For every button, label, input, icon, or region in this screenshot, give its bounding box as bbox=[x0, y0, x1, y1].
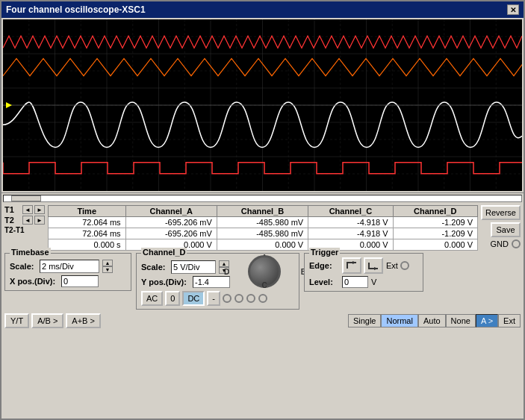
auto-btn[interactable]: Auto bbox=[418, 314, 446, 327]
ext-row: Ext bbox=[386, 261, 409, 270]
channel-d-scale-row: Scale: ▲ ▼ bbox=[141, 260, 230, 274]
t1-right-btn[interactable]: ► bbox=[34, 205, 45, 214]
timebase-spin-up[interactable]: ▲ bbox=[102, 260, 113, 266]
ypos-input[interactable] bbox=[193, 276, 230, 288]
trigger-edge-row: Edge: bbox=[309, 257, 418, 274]
gnd-row: GND bbox=[491, 239, 521, 248]
diff-ch-d: 0.000 V bbox=[393, 239, 477, 251]
t1-ch-b: -485.980 mV bbox=[217, 217, 308, 228]
t1-time: 72.064 ms bbox=[49, 217, 126, 228]
horizontal-scrollbar[interactable] bbox=[1, 192, 524, 203]
t1-ch-a: -695.206 mV bbox=[125, 217, 217, 228]
timebase-scale-input[interactable] bbox=[40, 260, 99, 273]
t1-label: T1 bbox=[4, 205, 21, 214]
bottom-panel: T1 ◄ ► T2 ◄ ► T2-T1 Time Channel_A bbox=[1, 203, 524, 419]
timebase-section: Timebase Scale: ▲ ▼ X pos.(Div): bbox=[4, 253, 131, 291]
aplusb-btn[interactable]: A+B > bbox=[66, 313, 101, 328]
t-controls: T1 ◄ ► T2 ◄ ► T2-T1 bbox=[4, 205, 45, 234]
gnd-radio[interactable] bbox=[512, 239, 521, 248]
bottom-buttons-row: Y/T A/B > A+B > Single Normal Auto None … bbox=[4, 313, 521, 328]
ch-d-scale-input[interactable] bbox=[171, 260, 216, 274]
t2-left-btn[interactable]: ◄ bbox=[22, 216, 33, 225]
reverse-button[interactable]: Reverse bbox=[481, 205, 521, 220]
xpos-input[interactable] bbox=[61, 275, 99, 287]
level-input[interactable] bbox=[342, 276, 368, 288]
title-bar: Four channel oscilloscope-XSC1 ✕ bbox=[1, 1, 524, 18]
coupling-ac-btn[interactable]: AC bbox=[141, 291, 163, 306]
channel-d-label: Channel_D bbox=[141, 248, 187, 257]
right-buttons: Reverse Save GND bbox=[481, 205, 521, 248]
t2t1-label: T2-T1 bbox=[4, 226, 37, 234]
coupling-0-btn[interactable]: 0 bbox=[165, 291, 180, 306]
col-ch-b: Channel_B bbox=[217, 206, 308, 217]
coupling-dc-btn[interactable]: DC bbox=[182, 291, 205, 306]
t2-row: T2 ◄ ► bbox=[4, 216, 45, 225]
diff-ch-b: 0.000 V bbox=[217, 239, 308, 251]
table-row-diff: 0.000 s 0.000 V 0.000 V 0.000 V 0.000 V bbox=[49, 239, 478, 251]
t2-right-btn[interactable]: ► bbox=[34, 216, 45, 225]
ext-radio[interactable] bbox=[400, 261, 409, 270]
scope-display bbox=[3, 19, 522, 191]
t2t1-row: T2-T1 bbox=[4, 226, 45, 234]
oscilloscope-window: Four channel oscilloscope-XSC1 ✕ bbox=[0, 0, 525, 420]
timebase-scale-label: Scale: bbox=[10, 262, 37, 271]
gnd-label: GND bbox=[491, 239, 509, 248]
none-btn[interactable]: None bbox=[446, 314, 476, 327]
channel-d-section: Channel_D Scale: ▲ ▼ Y pos.(Div): bbox=[136, 253, 299, 310]
ch-d-ypos-row: Y pos.(Div): bbox=[141, 276, 230, 288]
trigger-label: Trigger bbox=[309, 248, 340, 257]
scope-screen bbox=[3, 19, 522, 191]
ab-btn[interactable]: A/B > bbox=[31, 313, 63, 328]
ch-radio-2[interactable] bbox=[234, 294, 243, 303]
t1-left-btn[interactable]: ◄ bbox=[22, 205, 33, 214]
col-time: Time bbox=[49, 206, 126, 217]
col-ch-d: Channel_D bbox=[393, 206, 477, 217]
col-ch-a: Channel_A bbox=[125, 206, 217, 217]
knob-c-label: C bbox=[261, 281, 267, 289]
t1-ch-d: -1.209 V bbox=[393, 217, 477, 228]
xpos-label: X pos.(Div): bbox=[10, 277, 58, 286]
scroll-track[interactable] bbox=[3, 195, 522, 202]
t2-ch-a: -695.206 mV bbox=[125, 228, 217, 239]
ch-radio-3[interactable] bbox=[246, 294, 255, 303]
save-button[interactable]: Save bbox=[491, 222, 521, 237]
channel-radio-group bbox=[223, 294, 267, 303]
measurements-table: Time Channel_A Channel_B Channel_C Chann… bbox=[48, 205, 478, 251]
knob-d-label: D bbox=[224, 268, 229, 276]
ch-d-scale-label: Scale: bbox=[141, 263, 168, 272]
timebase-spinner: ▲ ▼ bbox=[102, 260, 113, 273]
t2-label: T2 bbox=[4, 216, 21, 225]
edge-label: Edge: bbox=[309, 261, 339, 270]
level-label: Level: bbox=[309, 278, 339, 286]
a-gt-btn[interactable]: A > bbox=[476, 314, 498, 327]
scroll-thumb[interactable] bbox=[11, 195, 41, 201]
table-row-t1: 72.064 ms -695.206 mV -485.980 mV -4.918… bbox=[49, 217, 478, 228]
trigger-section: Trigger Edge: bbox=[304, 253, 423, 292]
ch-radio-4[interactable] bbox=[258, 294, 267, 303]
edge-rising-btn[interactable] bbox=[342, 257, 361, 274]
measurements-row: T1 ◄ ► T2 ◄ ► T2-T1 Time Channel_A bbox=[4, 205, 521, 251]
ch-radio-1[interactable] bbox=[223, 294, 232, 303]
table-row-t2: 72.064 ms -695.206 mV -485.980 mV -4.918… bbox=[49, 228, 478, 239]
t2-ch-d: -1.209 V bbox=[393, 228, 477, 239]
timebase-xpos-row: X pos.(Div): bbox=[10, 275, 126, 287]
single-btn[interactable]: Single bbox=[348, 314, 382, 327]
t2-ch-c: -4.918 V bbox=[308, 228, 393, 239]
edge-falling-btn[interactable] bbox=[364, 257, 383, 274]
close-button[interactable]: ✕ bbox=[507, 4, 519, 15]
diff-time: 0.000 s bbox=[49, 239, 126, 251]
ch-d-spin-up[interactable]: ▲ bbox=[219, 260, 229, 267]
t2-ch-b: -485.980 mV bbox=[217, 228, 308, 239]
trigger-mode-buttons: Single Normal Auto None A > Ext bbox=[348, 314, 521, 327]
ext-label: Ext bbox=[386, 261, 398, 270]
yt-btn[interactable]: Y/T bbox=[4, 313, 29, 328]
table-header-row: Time Channel_A Channel_B Channel_C Chann… bbox=[49, 206, 478, 217]
normal-btn[interactable]: Normal bbox=[381, 314, 417, 327]
timebase-spin-down[interactable]: ▼ bbox=[102, 266, 113, 273]
timebase-label: Timebase bbox=[10, 248, 51, 257]
ext-btn[interactable]: Ext bbox=[498, 314, 521, 327]
coupling-minus-btn[interactable]: - bbox=[207, 291, 220, 306]
t1-row: T1 ◄ ► bbox=[4, 205, 45, 214]
col-ch-c: Channel_C bbox=[308, 206, 393, 217]
timebase-scale-row: Scale: ▲ ▼ bbox=[10, 260, 126, 273]
